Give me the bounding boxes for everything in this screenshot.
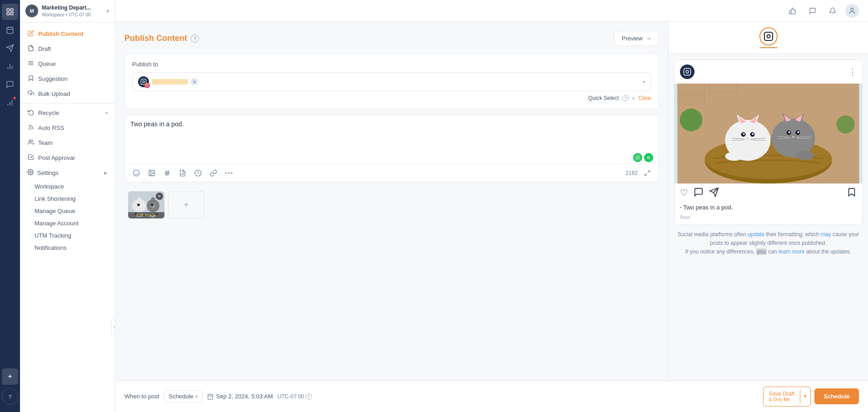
save-draft-btn: Save Draft & Only Me ▾ (763, 387, 811, 407)
ig-badge-small (144, 83, 150, 88)
notice-may-link[interactable]: may (821, 231, 831, 238)
chat-icon[interactable] (805, 4, 820, 18)
collapse-nav-btn[interactable]: ◀ (111, 318, 115, 335)
quick-select-help[interactable]: ? (622, 95, 629, 101)
nav-item-bulk-upload[interactable]: Bulk Upload (20, 86, 115, 101)
like-icon[interactable]: ♡ (680, 187, 688, 199)
nav-item-recycle[interactable]: Recycle ▾ (20, 105, 115, 120)
svg-point-54 (137, 204, 140, 206)
thumbs-up-icon[interactable] (785, 4, 800, 18)
expand-icon[interactable] (641, 167, 653, 179)
nav-item-auto-rss[interactable]: Auto RSS (20, 120, 115, 135)
notice-prefix: If you notice any differences, (685, 248, 756, 255)
publish-help-icon[interactable]: ? (191, 35, 199, 43)
nav-sub-link-shortening[interactable]: Link Shortening (20, 193, 115, 205)
svg-line-45 (648, 171, 650, 173)
footer-actions: Save Draft & Only Me ▾ Schedule (763, 387, 859, 407)
main-content: Publish Content ? Preview → Publish to (115, 0, 868, 412)
add-image-button[interactable]: + (168, 191, 204, 218)
draft-icon (27, 45, 35, 53)
notice-update-link[interactable]: update (748, 231, 764, 238)
link-icon[interactable] (208, 167, 219, 179)
image-upload-icon[interactable] (146, 167, 158, 179)
nav-item-settings[interactable]: Settings ▶ (20, 165, 115, 180)
nav-item-suggestion[interactable]: Suggestion (20, 71, 115, 86)
schedule-button[interactable]: Schedule (814, 388, 859, 404)
save-draft-dropdown-btn[interactable]: ▾ (800, 390, 810, 403)
bookmark-icon[interactable] (847, 187, 857, 199)
instagram-tab-icon (759, 27, 778, 45)
sidebar-icon-help[interactable]: ? (2, 388, 18, 405)
nav-item-publish-label: Publish Content (38, 30, 84, 37)
post-text-area[interactable]: Two peas in a pod. (125, 115, 659, 151)
preview-tab-bar (669, 22, 868, 54)
svg-point-100 (837, 115, 855, 134)
notice-text-1: Social media platforms often (677, 231, 748, 238)
team-icon (27, 139, 35, 147)
svg-point-98 (796, 151, 814, 160)
sidebar-icon-calendar[interactable] (2, 22, 18, 38)
quick-select-chevron[interactable]: ▾ (632, 96, 635, 101)
sidebar-icon-send[interactable] (2, 40, 18, 56)
svg-point-76 (752, 133, 754, 135)
nav-item-team-label: Team (38, 139, 53, 146)
hashtag-icon[interactable] (161, 167, 173, 179)
publish-footer: When to post Schedule ▾ Sep 2, 2024, 5:0… (115, 381, 868, 412)
edit-image-label[interactable]: Edit Image (128, 212, 164, 218)
bell-icon[interactable] (825, 4, 840, 18)
svg-point-68 (737, 122, 759, 149)
user-avatar[interactable] (845, 4, 859, 18)
ig-action-left: ♡ (680, 187, 719, 199)
workspace-header[interactable]: M Marketing Depart... Workspace • UTC-07… (20, 0, 115, 23)
account-selector[interactable]: ✕ ▾ (132, 72, 651, 91)
publish-icon (27, 30, 35, 38)
nav-item-draft[interactable]: Draft (20, 41, 115, 56)
schedule-select[interactable]: Schedule ▾ (164, 390, 203, 402)
svg-point-75 (743, 133, 745, 135)
notice-learn-more-link[interactable]: learn more (779, 248, 804, 255)
emoji-icon[interactable] (130, 167, 142, 179)
sidebar-icon-analytics[interactable] (2, 58, 18, 74)
share-icon[interactable] (709, 187, 719, 199)
workspace-dropdown-icon[interactable]: ▾ (106, 8, 109, 15)
svg-rect-56 (764, 32, 772, 40)
svg-point-42 (226, 173, 227, 174)
notice-middle: can (768, 248, 779, 255)
account-tag-close[interactable]: ✕ (191, 78, 198, 85)
sidebar-icon-publish[interactable] (2, 4, 18, 20)
preview-button[interactable]: Preview → (614, 31, 659, 46)
nav-sub-manage-queue[interactable]: Manage Queue (20, 205, 115, 217)
grammarly-ai-icon[interactable]: G (644, 153, 653, 162)
image-thumbnail[interactable]: ✕ Edit Image (128, 191, 164, 218)
sidebar-icon-charts[interactable] (2, 94, 18, 111)
nav-item-queue-label: Queue (38, 60, 56, 67)
comment-icon[interactable] (694, 187, 704, 199)
when-to-post-label: When to post (124, 393, 159, 400)
nav-sub-manage-account[interactable]: Manage Account (20, 217, 115, 229)
nav-item-publish[interactable]: Publish Content (20, 26, 115, 41)
sidebar-icon-inbox[interactable] (2, 76, 18, 93)
svg-line-46 (645, 174, 647, 175)
save-draft-main-btn[interactable]: Save Draft & Only Me (764, 387, 800, 406)
nav-sub-utm-tracking[interactable]: UTM Tracking (20, 229, 115, 242)
clear-button[interactable]: Clear (638, 95, 651, 101)
compass-ai-icon[interactable] (633, 153, 642, 162)
doc-icon[interactable] (177, 167, 188, 179)
recycle-icon (27, 109, 35, 117)
image-close-btn[interactable]: ✕ (156, 193, 163, 200)
nav-sub-notifications[interactable]: Notifications (20, 242, 115, 254)
nav-item-post-approval[interactable]: Post Approval (20, 150, 115, 165)
more-tools-icon[interactable] (223, 167, 235, 179)
calendar-small-icon (207, 393, 213, 400)
nav-item-queue[interactable]: Queue (20, 56, 115, 71)
sidebar-icon-add[interactable]: + (2, 368, 18, 385)
sidebar: + ? (0, 0, 20, 412)
timezone-help-icon[interactable]: ? (306, 393, 312, 400)
nav-sub-workspace[interactable]: Workspace (20, 180, 115, 193)
ig-post-more-icon[interactable]: ⋮ (848, 67, 857, 77)
svg-line-38 (168, 170, 168, 176)
clock-icon[interactable] (192, 167, 204, 179)
preview-tab-instagram[interactable] (759, 27, 778, 48)
nav-item-team[interactable]: Team (20, 135, 115, 150)
svg-rect-1 (11, 9, 13, 11)
